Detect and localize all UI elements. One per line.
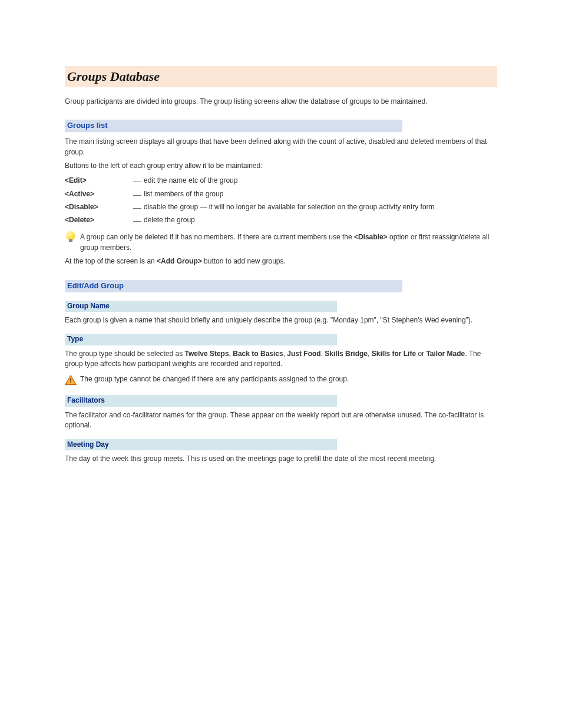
button-label-delete: <Delete> bbox=[65, 216, 94, 224]
add-group-button-label: <Add Group> bbox=[157, 257, 202, 265]
group-name-body: Each group is given a name that should b… bbox=[65, 315, 497, 325]
groups-list-p1: The main listing screen displays all gro… bbox=[65, 137, 497, 157]
add-group-prefix: At the top of the screen is an bbox=[65, 257, 157, 265]
dash-icon: — bbox=[133, 176, 144, 187]
section-heading-facilitators: Facilitators bbox=[65, 395, 337, 406]
button-row-disable: <Disable> — disable the group — it will … bbox=[65, 202, 497, 214]
lightbulb-icon bbox=[65, 232, 80, 245]
heading-link-edit-add-group[interactable]: Edit/Add Group bbox=[67, 281, 124, 290]
tip-callout: A group can only be deleted if it has no… bbox=[65, 232, 497, 253]
section-heading-type: Type bbox=[65, 334, 337, 345]
dash-icon: — bbox=[133, 202, 144, 214]
heading-link-group-name[interactable]: Group Name bbox=[67, 302, 110, 310]
button-row-delete: <Delete> — delete the group bbox=[65, 215, 497, 227]
button-desc-edit: edit the name etc of the group bbox=[144, 176, 497, 186]
group-buttons-list: <Edit> — edit the name etc of the group … bbox=[65, 176, 497, 227]
heading-link-facilitators[interactable]: Facilitators bbox=[67, 396, 105, 404]
button-row-active: <Active> — list members of the group bbox=[65, 189, 497, 201]
groups-list-add-paragraph: At the top of the screen is an <Add Grou… bbox=[65, 256, 497, 266]
button-label-active: <Active> bbox=[65, 190, 94, 198]
dash-icon: — bbox=[133, 215, 144, 227]
button-desc-delete: delete the group bbox=[144, 215, 497, 225]
meeting-day-body: The day of the week this group meets. Th… bbox=[65, 454, 497, 464]
section-heading-groups-list: Groups list bbox=[65, 120, 402, 132]
button-desc-disable: disable the group — it will no longer be… bbox=[144, 202, 497, 212]
button-row-edit: <Edit> — edit the name etc of the group bbox=[65, 176, 497, 187]
warning-callout: The group type cannot be changed if ther… bbox=[65, 374, 497, 387]
warning-text: The group type cannot be changed if ther… bbox=[80, 374, 497, 384]
intro-paragraph: Group participants are divided into grou… bbox=[65, 97, 497, 107]
heading-link-meeting-day[interactable]: Meeting Day bbox=[67, 440, 109, 449]
groups-list-p2: Buttons to the left of each group entry … bbox=[65, 161, 497, 171]
section-heading-meeting-day: Meeting Day bbox=[65, 439, 337, 450]
warning-icon bbox=[65, 374, 80, 387]
heading-link-groups-list[interactable]: Groups list bbox=[67, 121, 108, 130]
section-heading-edit-add-group: Edit/Add Group bbox=[65, 280, 402, 292]
type-body: The group type should be selected as Twe… bbox=[65, 349, 497, 370]
heading-link-type[interactable]: Type bbox=[67, 335, 83, 343]
add-group-suffix: button to add new groups. bbox=[202, 257, 286, 265]
button-label-edit: <Edit> bbox=[65, 176, 87, 185]
tip-text: A group can only be deleted if it has no… bbox=[80, 232, 497, 253]
dash-icon: — bbox=[133, 189, 144, 201]
button-desc-active: list members of the group bbox=[144, 189, 497, 199]
section-heading-group-name: Group Name bbox=[65, 301, 337, 312]
button-label-disable: <Disable> bbox=[65, 203, 98, 211]
facilitators-body: The facilitator and co-facilitator names… bbox=[65, 410, 497, 431]
page-title: Groups Database bbox=[65, 66, 497, 87]
